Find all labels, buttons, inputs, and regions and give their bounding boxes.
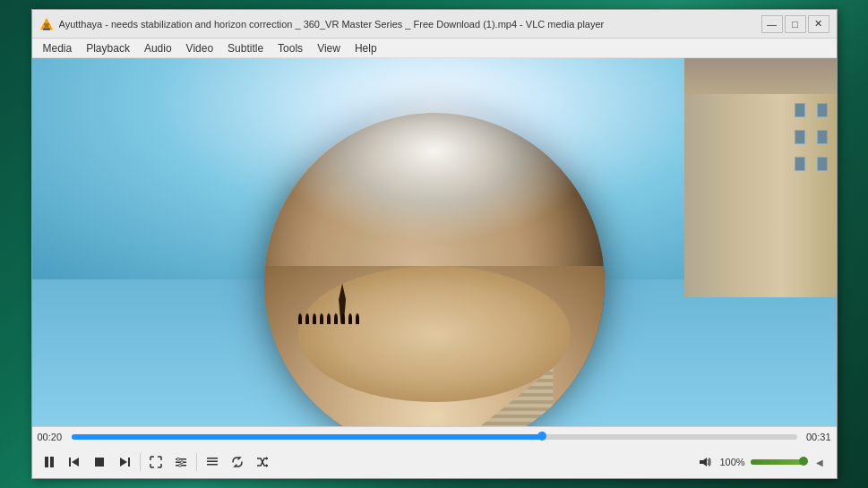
volume-label: 100% xyxy=(720,457,747,467)
shuffle-button[interactable] xyxy=(251,450,274,474)
svg-point-17 xyxy=(180,461,183,464)
buttons-row: 100% ◀ xyxy=(32,447,837,478)
svg-rect-19 xyxy=(207,458,218,459)
svg-rect-20 xyxy=(207,461,218,463)
playlist-icon xyxy=(206,456,219,468)
svg-marker-9 xyxy=(72,458,79,467)
volume-button[interactable] xyxy=(693,450,717,474)
loop-icon xyxy=(231,456,244,468)
separator xyxy=(140,453,141,471)
person-silhouette xyxy=(341,313,345,324)
close-button[interactable]: ✕ xyxy=(808,15,829,33)
window-controls: — □ ✕ xyxy=(761,15,829,33)
window-title: Ayutthaya - needs stabilization and hori… xyxy=(59,19,761,30)
person-silhouette xyxy=(356,313,359,324)
fullscreen-button[interactable] xyxy=(144,450,168,474)
menu-playback[interactable]: Playback xyxy=(79,39,137,57)
menu-video[interactable]: Video xyxy=(179,39,220,57)
time-total: 00:31 xyxy=(803,432,831,442)
volume-more-button[interactable]: ◀ xyxy=(808,450,831,474)
building-window xyxy=(817,130,828,144)
menu-media[interactable]: Media xyxy=(36,39,80,57)
building-window xyxy=(795,130,805,144)
person-silhouette xyxy=(305,313,309,324)
building-window xyxy=(817,157,828,171)
vlc-icon xyxy=(39,17,54,31)
menu-view[interactable]: View xyxy=(310,39,348,57)
next-icon xyxy=(118,456,131,468)
building-window xyxy=(795,103,805,117)
menu-subtitle[interactable]: Subtitle xyxy=(220,39,271,57)
person-silhouette xyxy=(327,313,331,324)
vlc-window: Ayutthaya - needs stabilization and hori… xyxy=(31,9,838,479)
separator xyxy=(196,453,197,471)
person-silhouette xyxy=(334,313,338,324)
minimize-button[interactable]: — xyxy=(761,15,783,33)
previous-icon xyxy=(68,456,81,468)
volume-fill xyxy=(751,459,804,465)
progress-row: 00:20 00:31 xyxy=(32,427,837,447)
svg-rect-21 xyxy=(207,464,218,466)
people-silhouettes xyxy=(298,297,571,324)
svg-marker-12 xyxy=(120,458,127,467)
extended-icon xyxy=(175,456,187,468)
planet-center xyxy=(298,266,571,402)
building-window xyxy=(795,157,805,171)
maximize-button[interactable]: □ xyxy=(785,15,806,33)
title-bar: Ayutthaya - needs stabilization and hori… xyxy=(32,10,837,39)
person-silhouette xyxy=(313,313,316,324)
progress-bar[interactable] xyxy=(72,434,797,440)
shuffle-icon xyxy=(256,456,269,468)
building-window xyxy=(817,103,828,117)
loop-button[interactable] xyxy=(226,450,249,474)
menu-tools[interactable]: Tools xyxy=(271,39,310,57)
previous-button[interactable] xyxy=(63,450,86,474)
volume-icon xyxy=(699,456,711,468)
progress-handle[interactable] xyxy=(537,432,546,441)
menu-audio[interactable]: Audio xyxy=(137,39,179,57)
menu-bar: Media Playback Audio Video Subtitle Tool… xyxy=(32,39,837,58)
play-pause-button[interactable] xyxy=(38,450,61,474)
svg-marker-24 xyxy=(700,458,707,467)
person-silhouette xyxy=(320,313,323,324)
right-building xyxy=(666,58,837,297)
stop-button[interactable] xyxy=(88,450,111,474)
person-silhouette xyxy=(298,313,302,324)
svg-rect-6 xyxy=(45,457,48,467)
controls-area: 00:20 00:31 xyxy=(32,426,837,478)
next-button[interactable] xyxy=(113,450,136,474)
progress-fill xyxy=(72,434,544,440)
svg-rect-10 xyxy=(95,458,104,467)
building-facade xyxy=(684,58,837,297)
pause-icon xyxy=(43,456,56,468)
svg-point-16 xyxy=(176,458,179,461)
volume-slider[interactable] xyxy=(751,459,804,465)
svg-marker-22 xyxy=(266,457,268,460)
fullscreen-icon xyxy=(150,456,162,468)
svg-rect-2 xyxy=(43,29,50,30)
svg-marker-23 xyxy=(266,464,268,467)
playlist-button[interactable] xyxy=(201,450,224,474)
svg-rect-7 xyxy=(50,457,54,467)
person-silhouette xyxy=(348,313,352,324)
stop-icon xyxy=(93,456,106,468)
svg-rect-11 xyxy=(128,458,130,467)
menu-help[interactable]: Help xyxy=(348,39,384,57)
volume-handle[interactable] xyxy=(799,457,808,466)
video-area[interactable] xyxy=(32,58,837,426)
extended-settings-button[interactable] xyxy=(169,450,193,474)
video-canvas xyxy=(32,58,837,426)
building-roof xyxy=(684,58,837,94)
svg-rect-8 xyxy=(69,458,71,467)
volume-area: 100% ◀ xyxy=(693,450,831,474)
time-current: 00:20 xyxy=(38,432,66,442)
svg-point-18 xyxy=(178,465,181,467)
